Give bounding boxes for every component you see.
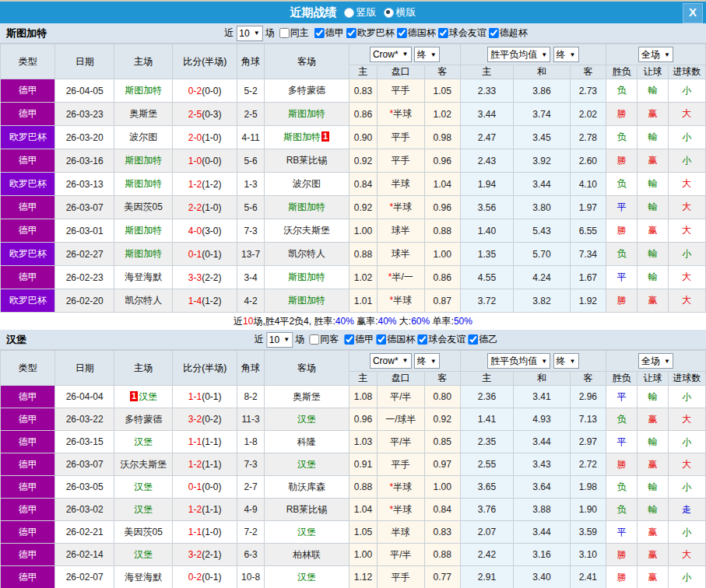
same-venue-checkbox[interactable]: [309, 334, 319, 345]
date-cell: 26-04-04: [55, 386, 114, 408]
summary-segment: 场,胜4平2负4, 胜率:: [253, 316, 335, 327]
score-cell[interactable]: 2-0(1-0): [173, 126, 237, 149]
close-button[interactable]: X: [683, 3, 703, 23]
avg-home-cell: 2.33: [460, 79, 513, 103]
home-team-cell: 斯图加特: [114, 219, 172, 243]
full-match-dropdown[interactable]: 全场▼: [638, 353, 673, 369]
bookmaker-dropdown-value: Crow*: [373, 49, 399, 60]
league-filter[interactable]: 欧罗巴杯: [344, 26, 395, 40]
count-dropdown[interactable]: 10▼: [236, 26, 262, 41]
half-time-score: (1-0): [202, 527, 221, 537]
sub-col-header-8: 进球数: [668, 65, 705, 79]
result-cell: 负: [606, 499, 638, 521]
avg-away-cell: 2.96: [570, 386, 606, 408]
section-header: 汉堡 近 10▼ 场 同客 德甲德国杯球会友谊德乙: [0, 330, 706, 350]
score-cell[interactable]: 0-1(0-0): [173, 476, 237, 499]
layout-radio-vertical[interactable]: 竖版: [344, 5, 377, 19]
avg-dropdown-value: 胜平负均值: [490, 355, 537, 368]
away-team-cell: 汉堡: [265, 521, 349, 544]
full-time-score: 3-3: [188, 272, 202, 283]
bookmaker-dropdown[interactable]: Crow*▼: [370, 47, 412, 62]
same-venue-label: 同客: [320, 333, 339, 346]
chevron-down-icon: ▼: [430, 51, 437, 58]
final-odds-dropdown[interactable]: 终▼: [553, 47, 579, 62]
league-checkbox[interactable]: [346, 28, 357, 38]
bookmaker-dropdown[interactable]: Crow*▼: [370, 353, 412, 369]
avg-dropdown[interactable]: 胜平负均值▼: [487, 47, 550, 62]
score-cell[interactable]: 2-5(0-3): [173, 103, 237, 126]
league-checkbox[interactable]: [438, 28, 448, 38]
score-cell[interactable]: 1-1(1-0): [173, 521, 237, 544]
league-checkbox[interactable]: [417, 334, 427, 345]
league-filter[interactable]: 球会友谊: [436, 26, 486, 40]
same-venue-checkbox[interactable]: [279, 28, 290, 38]
league-cell: 德甲: [1, 219, 55, 243]
score-cell[interactable]: 1-1(1-1): [173, 431, 237, 453]
full-match-dropdown[interactable]: 全场▼: [638, 47, 673, 62]
league-checkbox[interactable]: [468, 334, 478, 345]
score-cell[interactable]: 1-2(1-1): [173, 499, 237, 521]
chevron-down-icon: ▼: [541, 358, 547, 365]
same-venue-filter[interactable]: 同主: [277, 26, 309, 40]
avg-header-group: 胜平负均值▼ 终▼: [460, 44, 606, 65]
radio-icon-horizontal[interactable]: [384, 8, 394, 18]
team-label: 斯图加特: [288, 295, 325, 306]
league-filter[interactable]: 德乙: [465, 333, 497, 346]
handicap-cell: 平/半: [378, 431, 424, 453]
away-team-cell: 斯图加特: [265, 103, 349, 126]
filters: 近 10▼ 场 同客 德甲德国杯球会友谊德乙: [252, 332, 497, 348]
full-time-score: 1-1: [188, 391, 202, 402]
score-cell[interactable]: 1-4(1-2): [173, 289, 237, 313]
match-row: 欧罗巴杯26-02-27斯图加特0-1(0-1)13-7凯尔特人0.88球半1.…: [1, 243, 706, 266]
handicap-cell: 平手: [378, 79, 424, 103]
league-filter[interactable]: 德国杯: [374, 333, 415, 346]
league-checkbox[interactable]: [344, 334, 354, 345]
count-dropdown[interactable]: 10▼: [266, 332, 293, 348]
handicap-cell: *半球: [378, 499, 424, 521]
score-cell[interactable]: 3-2(2-1): [173, 544, 237, 566]
league-checkbox[interactable]: [314, 28, 325, 38]
final-odds-dropdown[interactable]: 终▼: [414, 47, 440, 62]
league-filter[interactable]: 德甲: [312, 26, 344, 40]
handicap-result-cell: 輸: [638, 431, 668, 453]
full-time-score: 1-4: [188, 296, 202, 306]
final-odds-dropdown[interactable]: 终▼: [414, 353, 440, 369]
league-filter[interactable]: 球会友谊: [415, 333, 465, 346]
recent-label: 近: [224, 26, 234, 40]
league-cell: 德甲: [1, 453, 55, 476]
score-cell[interactable]: 0-2(0-0): [173, 79, 237, 103]
layout-radio-horizontal[interactable]: 横版: [384, 5, 416, 19]
league-checkbox[interactable]: [489, 28, 499, 38]
score-cell[interactable]: 4-0(3-0): [173, 219, 237, 243]
radio-icon-vertical[interactable]: [344, 8, 354, 18]
avg-draw-cell: 3.43: [514, 453, 570, 476]
score-cell[interactable]: 1-2(1-1): [173, 453, 237, 476]
match-row: 德甲26-03-07沃尔夫斯堡1-2(1-1)7-3汉堡0.91平手0.972.…: [1, 453, 706, 476]
league-checkbox[interactable]: [376, 334, 386, 345]
final-odds-dropdown[interactable]: 终▼: [553, 353, 579, 369]
home-team-cell: 凯尔特人: [114, 289, 172, 313]
away-odds-cell: 0.85: [424, 431, 460, 453]
team-section-hamburg: 汉堡 近 10▼ 场 同客 德甲德国杯球会友谊德乙 类型日期主场比分(半场)角球…: [0, 330, 706, 588]
league-filter[interactable]: 德国杯: [395, 26, 436, 40]
home-team-cell: 海登海默: [114, 566, 172, 588]
col-header-2: 主场: [114, 44, 172, 79]
score-cell[interactable]: 2-2(1-0): [173, 196, 237, 219]
score-cell[interactable]: 1-0(0-0): [173, 149, 237, 173]
score-cell[interactable]: 0-2(0-1): [173, 566, 237, 588]
avg-dropdown[interactable]: 胜平负均值▼: [487, 353, 550, 369]
score-cell[interactable]: 1-2(1-2): [173, 173, 237, 196]
league-filter[interactable]: 德超杯: [486, 26, 528, 40]
league-filter[interactable]: 德甲: [342, 333, 374, 346]
date-cell: 26-04-05: [55, 79, 114, 103]
league-checkbox[interactable]: [397, 28, 407, 38]
score-cell[interactable]: 1-1(0-1): [173, 386, 237, 408]
same-venue-filter[interactable]: 同客: [307, 333, 339, 346]
score-cell[interactable]: 3-2(0-2): [173, 408, 237, 431]
final-odds-dropdown-value: 终: [557, 355, 566, 368]
date-cell: 26-03-05: [55, 476, 114, 499]
full-time-score: 1-1: [188, 436, 202, 447]
score-cell[interactable]: 0-1(0-1): [173, 243, 237, 266]
match-row: 德甲26-04-05斯图加特0-2(0-0)5-2多特蒙德0.83平手1.052…: [1, 79, 706, 103]
score-cell[interactable]: 3-3(2-2): [173, 266, 237, 289]
